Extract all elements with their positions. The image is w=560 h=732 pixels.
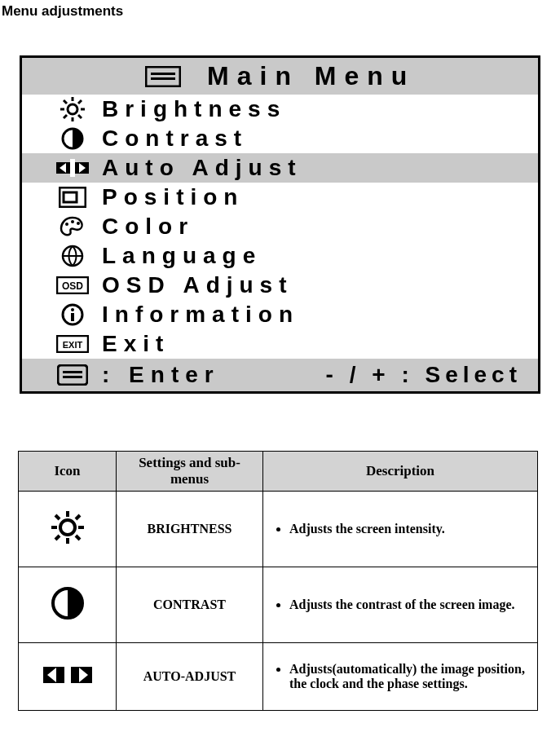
svg-rect-27 (71, 313, 74, 321)
table-row: CONTRAST Adjusts the contrast of the scr… (19, 567, 538, 643)
menu-item-position[interactable]: Position (22, 183, 538, 212)
table-header-description: Description (263, 452, 538, 492)
svg-point-3 (68, 104, 77, 114)
globe-icon (55, 244, 90, 268)
svg-point-33 (60, 520, 75, 535)
menu-item-color[interactable]: Color (22, 212, 538, 241)
auto-adjust-icon (43, 661, 92, 689)
contrast-icon (50, 585, 86, 621)
position-icon (55, 187, 90, 208)
svg-rect-1 (151, 73, 175, 75)
svg-text:OSD: OSD (62, 280, 83, 292)
svg-rect-18 (64, 192, 77, 202)
menu-item-label: Language (90, 243, 262, 269)
screen-small-icon (145, 66, 181, 87)
cell-setting: CONTRAST (117, 567, 263, 643)
menu-item-label: Brightness (90, 96, 286, 122)
table-header-icon: Icon (19, 452, 117, 492)
menu-item-language[interactable]: Language (22, 241, 538, 271)
menu-item-label: Position (90, 184, 244, 210)
svg-line-39 (76, 536, 80, 540)
menu-item-contrast[interactable]: Contrast (22, 124, 538, 153)
cell-setting: AUTO-ADJUST (117, 643, 263, 711)
svg-point-26 (71, 308, 74, 311)
svg-line-38 (55, 515, 60, 519)
osd-box-icon: OSD (55, 276, 90, 294)
contrast-icon (55, 126, 90, 151)
menu-item-brightness[interactable]: Brightness (22, 95, 538, 124)
svg-line-10 (64, 115, 67, 118)
footer-select-label: - / + : Select (326, 362, 538, 388)
table-header-settings: Settings and sub-menus (117, 452, 263, 492)
svg-rect-44 (64, 663, 71, 687)
desc-text: Adjusts the screen intensity. (289, 522, 532, 536)
menu-item-label: Color (90, 214, 194, 240)
svg-text:EXIT: EXIT (63, 340, 83, 350)
cell-description: Adjusts(automatically) the image positio… (263, 643, 538, 711)
sun-icon (55, 97, 90, 121)
svg-rect-31 (63, 371, 82, 373)
svg-rect-14 (70, 159, 75, 177)
menu-item-label: Information (90, 302, 299, 328)
menu-item-label: OSD Adjust (90, 272, 293, 298)
menu-list: Brightness Contrast Auto Adjust Position (22, 95, 538, 359)
svg-line-40 (55, 536, 60, 540)
svg-rect-32 (63, 376, 82, 378)
menu-footer: : Enter - / + : Select (22, 359, 538, 391)
sun-icon (50, 509, 86, 545)
enter-icon (55, 364, 90, 386)
menu-item-label: Contrast (90, 126, 248, 152)
svg-rect-0 (146, 67, 180, 86)
page-title: Menu adjustments (0, 3, 560, 20)
osd-menu: Main Menu Brightness Contrast Auto Adjus… (20, 55, 540, 394)
svg-line-41 (76, 515, 80, 519)
menu-item-osd-adjust[interactable]: OSD OSD Adjust (22, 271, 538, 300)
desc-text: Adjusts(automatically) the image positio… (289, 662, 532, 691)
svg-line-9 (78, 115, 82, 118)
cell-icon (19, 567, 117, 643)
menu-item-label: Exit (90, 331, 170, 357)
menu-title: Main Menu (207, 61, 415, 91)
cell-setting: BRIGHTNESS (117, 492, 263, 567)
menu-item-label: Auto Adjust (90, 155, 302, 181)
svg-rect-2 (151, 77, 175, 80)
description-table: Icon Settings and sub-menus Description … (18, 451, 538, 711)
table-row: BRIGHTNESS Adjusts the screen intensity. (19, 492, 538, 567)
info-icon (55, 302, 90, 327)
svg-line-11 (78, 100, 82, 104)
svg-point-19 (65, 223, 68, 226)
svg-line-8 (64, 100, 67, 104)
cell-description: Adjusts the screen intensity. (263, 492, 538, 567)
svg-rect-30 (58, 365, 87, 385)
cell-icon (19, 492, 117, 567)
cell-icon (19, 643, 117, 711)
menu-item-auto-adjust[interactable]: Auto Adjust (22, 153, 538, 183)
cell-description: Adjusts the contrast of the screen image… (263, 567, 538, 643)
menu-title-bar: Main Menu (22, 58, 538, 95)
footer-enter-label: : Enter (90, 362, 220, 388)
svg-point-20 (71, 220, 74, 223)
table-row: AUTO-ADJUST Adjusts(automatically) the i… (19, 643, 538, 711)
desc-text: Adjusts the contrast of the screen image… (289, 598, 532, 612)
menu-item-exit[interactable]: EXIT Exit (22, 329, 538, 359)
menu-item-information[interactable]: Information (22, 300, 538, 329)
auto-adjust-icon (55, 157, 90, 179)
palette-icon (55, 216, 90, 237)
exit-box-icon: EXIT (55, 335, 90, 353)
svg-point-21 (77, 222, 80, 225)
